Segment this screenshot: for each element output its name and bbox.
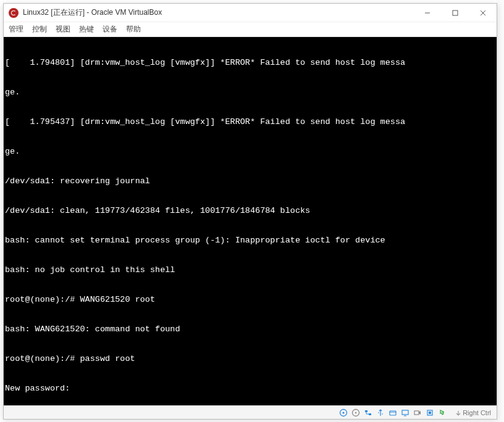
terminal-line: bash: WANG621520: command not found — [5, 325, 495, 334]
terminal-line: [ 1.795437] [drm:vmw_host_log [vmwgfx]] … — [5, 117, 495, 127]
terminal-line: bash: no job control in this shell — [5, 265, 495, 275]
statusbar: Right Ctrl — [4, 405, 497, 419]
menu-devices[interactable]: 设备 — [103, 24, 117, 35]
host-key-indicator[interactable]: Right Ctrl — [453, 409, 493, 416]
cpu-icon[interactable] — [425, 408, 435, 418]
menu-view[interactable]: 视图 — [56, 24, 70, 35]
host-key-label: Right Ctrl — [463, 409, 491, 416]
minimize-button[interactable] — [413, 4, 441, 22]
terminal-line: ge. — [5, 88, 495, 97]
window-controls — [413, 4, 497, 22]
menu-help[interactable]: 帮助 — [126, 24, 141, 35]
maximize-button[interactable] — [441, 4, 469, 22]
titlebar: Linux32 [正在运行] - Oracle VM VirtualBox — [4, 4, 497, 22]
svg-rect-12 — [414, 411, 419, 415]
window-title: Linux32 [正在运行] - Oracle VM VirtualBox — [23, 7, 413, 18]
svg-point-5 — [343, 412, 345, 413]
svg-rect-11 — [402, 410, 408, 415]
guest-terminal[interactable]: [ 1.794801] [drm:vmw_host_log [vmwgfx]] … — [4, 37, 497, 405]
menu-control[interactable]: 控制 — [32, 24, 47, 35]
hard-disk-icon[interactable] — [338, 408, 348, 418]
terminal-line: /dev/sda1: clean, 119773/462384 files, 1… — [5, 206, 495, 216]
svg-rect-14 — [429, 412, 431, 414]
svg-point-7 — [355, 412, 356, 413]
terminal-line: /dev/sda1: recovering journal — [5, 176, 495, 186]
recording-icon[interactable] — [413, 408, 422, 418]
terminal-line: New password: — [5, 384, 495, 394]
terminal-line: [ 1.794801] [drm:vmw_host_log [vmwgfx]] … — [5, 58, 495, 68]
menu-input[interactable]: 热键 — [79, 24, 94, 35]
svg-rect-10 — [390, 411, 396, 415]
terminal-line: root@(none):/# passwd root — [5, 354, 495, 364]
display-icon[interactable] — [400, 408, 410, 418]
close-button[interactable] — [469, 4, 497, 22]
terminal-line: ge. — [5, 147, 495, 157]
optical-disk-icon[interactable] — [351, 408, 361, 418]
terminal-line: bash: cannot set terminal process group … — [5, 236, 495, 246]
menu-manage[interactable]: 管理 — [9, 24, 23, 35]
svg-rect-1 — [453, 10, 458, 15]
shared-folder-icon[interactable] — [388, 408, 398, 418]
terminal-line: root@(none):/# WANG621520 root — [5, 295, 495, 305]
virtualbox-window: Linux32 [正在运行] - Oracle VM VirtualBox 管理… — [3, 3, 497, 420]
mouse-integration-icon[interactable] — [437, 408, 447, 418]
usb-icon[interactable] — [376, 408, 385, 418]
menubar: 管理 控制 视图 热键 设备 帮助 — [4, 22, 497, 37]
network-icon[interactable] — [363, 408, 373, 418]
app-icon — [9, 8, 19, 18]
svg-rect-8 — [365, 410, 368, 412]
